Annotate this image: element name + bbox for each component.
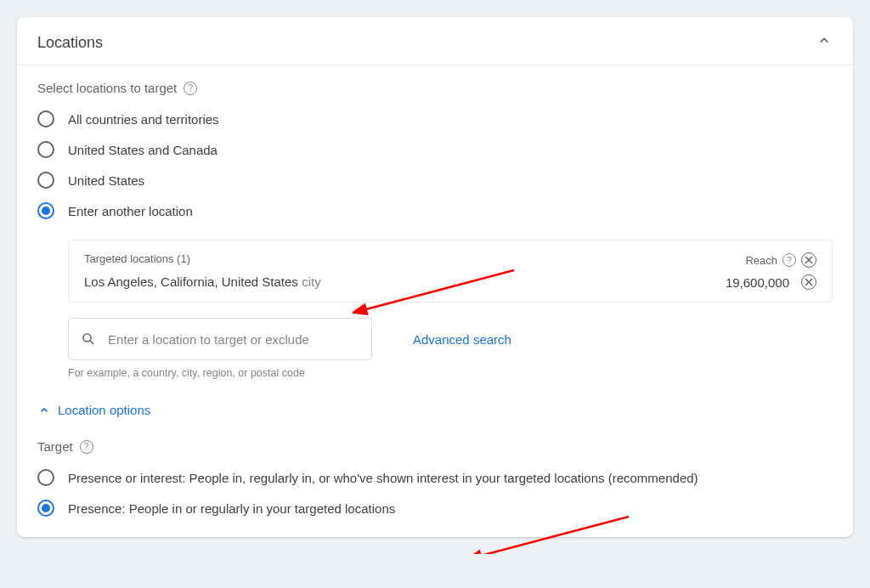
- remove-location-icon[interactable]: [801, 274, 816, 290]
- radio-us-canada[interactable]: United States and Canada: [37, 141, 833, 158]
- clear-all-icon[interactable]: [801, 252, 816, 268]
- location-radio-group: All countries and territories United Sta…: [37, 110, 833, 219]
- radio-icon: [37, 469, 54, 486]
- help-icon[interactable]: ?: [782, 253, 796, 267]
- search-row: Advanced search: [68, 318, 833, 360]
- radio-icon: [37, 500, 54, 517]
- advanced-search-link[interactable]: Advanced search: [413, 332, 511, 347]
- radio-us[interactable]: United States: [37, 172, 833, 189]
- radio-presence[interactable]: Presence: People in or regularly in your…: [37, 500, 833, 517]
- reach-value: 19,600,000: [726, 275, 789, 290]
- location-search-input[interactable]: [108, 332, 359, 347]
- locations-card: Locations Select locations to target ? A…: [17, 17, 853, 537]
- search-hint: For example, a country, city, region, or…: [68, 367, 833, 379]
- radio-label: Presence or interest: People in, regular…: [68, 471, 698, 485]
- reach-label: Reach: [745, 254, 777, 267]
- location-options-toggle[interactable]: Location options: [37, 403, 833, 417]
- card-title: Locations: [37, 34, 103, 52]
- radio-label: Presence: People in or regularly in your…: [68, 501, 395, 516]
- target-label: Target: [37, 439, 73, 454]
- target-radio-group: Presence or interest: People in, regular…: [37, 469, 833, 517]
- radio-label: All countries and territories: [68, 112, 219, 127]
- radio-icon: [37, 141, 54, 158]
- radio-all-countries[interactable]: All countries and territories: [37, 110, 833, 127]
- chevron-up-icon: [37, 404, 51, 417]
- radio-label: United States: [68, 173, 144, 188]
- radio-presence-interest[interactable]: Presence or interest: People in, regular…: [37, 469, 833, 486]
- help-icon[interactable]: ?: [80, 440, 93, 454]
- targeted-header: Targeted locations (1) Reach ?: [84, 252, 816, 268]
- location-options-label: Location options: [58, 403, 150, 417]
- radio-enter-another[interactable]: Enter another location: [37, 202, 833, 219]
- targeted-location-row: Los Angeles, California, United States c…: [84, 274, 816, 290]
- select-locations-heading: Select locations to target ?: [37, 81, 833, 95]
- targeted-count-label: Targeted locations (1): [84, 252, 190, 268]
- targeted-location-name: Los Angeles, California, United States: [84, 274, 298, 289]
- target-heading: Target ?: [37, 439, 833, 454]
- radio-icon: [37, 202, 54, 219]
- location-search-box[interactable]: [68, 318, 372, 360]
- radio-label: United States and Canada: [68, 143, 218, 157]
- search-icon: [81, 331, 96, 348]
- select-locations-label: Select locations to target: [37, 81, 177, 95]
- card-body: Select locations to target ? All countri…: [17, 65, 853, 537]
- targeted-locations-box: Targeted locations (1) Reach ? Los Angel…: [68, 240, 833, 302]
- svg-point-0: [83, 334, 91, 342]
- target-section: Target ? Presence or interest: People in…: [37, 439, 833, 517]
- help-icon[interactable]: ?: [184, 82, 197, 95]
- collapse-icon[interactable]: [816, 32, 833, 53]
- radio-label: Enter another location: [68, 204, 193, 218]
- radio-icon: [37, 172, 54, 189]
- radio-icon: [37, 110, 54, 127]
- card-header: Locations: [17, 17, 853, 65]
- targeted-location-type: city: [302, 274, 321, 289]
